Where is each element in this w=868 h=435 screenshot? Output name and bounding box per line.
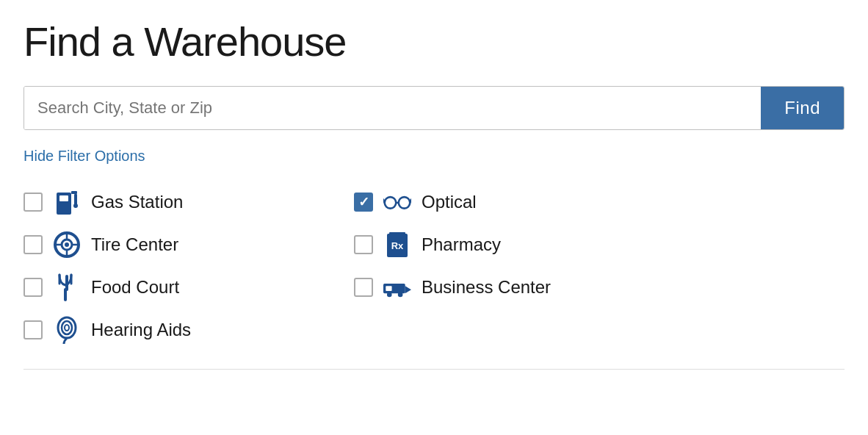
filter-grid: Gas Station Optical	[23, 181, 684, 351]
svg-point-27	[387, 292, 392, 298]
optical-icon	[383, 193, 411, 211]
food-court-icon	[53, 273, 81, 301]
svg-line-8	[383, 200, 385, 203]
page-title: Find a Warehouse	[23, 18, 845, 65]
business-center-label: Business Center	[422, 277, 551, 298]
svg-point-6	[399, 197, 411, 209]
svg-point-30	[62, 321, 72, 334]
svg-line-9	[410, 200, 411, 203]
gas-station-icon	[53, 188, 81, 216]
filter-toggle-button[interactable]: Hide Filter Options	[23, 148, 145, 165]
svg-point-12	[65, 242, 69, 247]
optical-label: Optical	[422, 192, 477, 212]
pharmacy-label: Pharmacy	[422, 234, 501, 255]
business-center-checkbox[interactable]	[354, 278, 373, 297]
filter-item-optical: Optical	[354, 181, 684, 223]
svg-rect-1	[59, 195, 68, 201]
svg-point-5	[385, 197, 397, 209]
svg-point-4	[73, 204, 78, 208]
search-input[interactable]	[24, 87, 761, 129]
food-court-label: Food Court	[91, 277, 179, 298]
business-center-icon	[383, 277, 411, 298]
page-container: Find a Warehouse Find Hide Filter Option…	[0, 0, 868, 387]
svg-rect-18	[389, 232, 405, 237]
filter-item-tire-center: Tire Center	[23, 223, 354, 266]
filter-item-hearing-aids: Hearing Aids	[23, 309, 354, 351]
svg-rect-25	[386, 286, 391, 291]
svg-rect-2	[71, 191, 77, 194]
filter-item-gas-station: Gas Station	[23, 181, 354, 223]
svg-marker-26	[405, 286, 411, 293]
filter-item-business-center: Business Center	[354, 266, 684, 309]
svg-text:Rx: Rx	[391, 240, 404, 251]
optical-checkbox[interactable]	[354, 193, 373, 212]
hearing-aids-checkbox[interactable]	[23, 320, 43, 339]
hearing-aids-label: Hearing Aids	[91, 320, 191, 340]
food-court-checkbox[interactable]	[23, 278, 43, 297]
tire-center-icon	[53, 231, 81, 258]
pharmacy-checkbox[interactable]	[354, 235, 373, 254]
hearing-aids-icon	[53, 316, 81, 344]
filter-item-pharmacy: Rx Pharmacy	[354, 223, 684, 266]
find-button[interactable]: Find	[761, 87, 844, 129]
gas-station-label: Gas Station	[91, 192, 183, 212]
svg-point-28	[398, 292, 403, 298]
svg-point-31	[65, 325, 69, 331]
gas-station-checkbox[interactable]	[23, 193, 43, 212]
tire-center-checkbox[interactable]	[23, 235, 43, 254]
filter-item-food-court: Food Court	[23, 266, 354, 309]
search-row: Find	[23, 86, 845, 130]
tire-center-label: Tire Center	[91, 234, 178, 255]
pharmacy-icon: Rx	[383, 231, 411, 259]
bottom-divider	[23, 369, 845, 370]
